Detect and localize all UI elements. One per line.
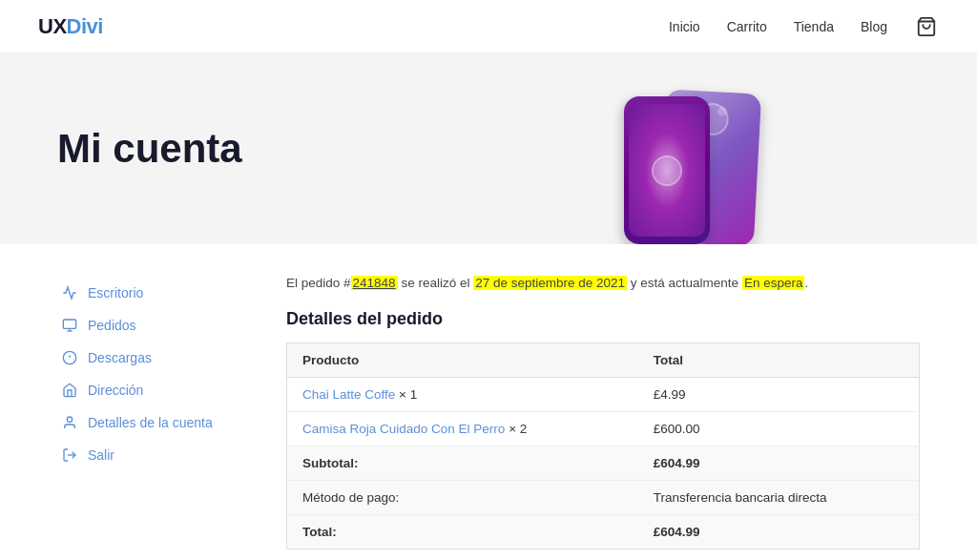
home-icon — [61, 382, 78, 399]
sidebar-label-pedidos: Pedidos — [88, 318, 136, 333]
sidebar-item-pedidos[interactable]: Pedidos — [57, 309, 229, 342]
payment-row: Método de pago: Transferencia bancaria d… — [287, 480, 920, 514]
nav-inicio[interactable]: Inicio — [669, 19, 700, 34]
order-table: Producto Total Chai Latte Coffe × 1 £4.9… — [286, 342, 920, 550]
sidebar-label-detalles: Detalles de la cuenta — [88, 415, 213, 430]
logo-divi: Divi — [67, 14, 103, 38]
subtotal-row: Subtotal: £604.99 — [287, 446, 920, 480]
sidebar-label-escritorio: Escritorio — [88, 285, 143, 301]
order-content: El pedido #241848 se realizó el 27 de se… — [286, 273, 920, 560]
user-icon — [61, 414, 78, 431]
logo-ux: UX — [38, 14, 67, 38]
order-date: 27 de septiembre de 2021 — [473, 276, 627, 290]
product-link-1[interactable]: Chai Latte Coffe — [302, 387, 395, 402]
product-qty-2: × 2 — [509, 422, 527, 436]
order-number: 241848 — [351, 276, 398, 290]
order-summary-prefix: El pedido # — [286, 276, 351, 290]
header: UXDivi Inicio Carrito Tienda Blog — [0, 0, 977, 53]
sidebar-item-escritorio[interactable]: Escritorio — [57, 277, 229, 309]
main-nav: Inicio Carrito Tienda Blog — [669, 14, 939, 39]
order-details-title: Detalles del pedido — [286, 309, 920, 329]
order-summary-text: El pedido #241848 se realizó el 27 de se… — [286, 273, 920, 294]
chart-icon — [61, 284, 78, 301]
payment-value: Transferencia bancaria directa — [638, 480, 920, 514]
main-content: Escritorio Pedidos Descargas — [0, 244, 977, 560]
col-total: Total — [638, 342, 920, 377]
product-link-2[interactable]: Camisa Roja Cuidado Con El Perro — [302, 422, 505, 436]
order-summary-middle: se realizó el — [398, 276, 474, 290]
nav-tienda[interactable]: Tienda — [794, 19, 834, 34]
phone-screen — [629, 104, 705, 237]
logo: UXDivi — [38, 14, 103, 39]
sidebar: Escritorio Pedidos Descargas — [57, 273, 229, 560]
product-price-2: £600.00 — [638, 411, 920, 446]
payment-label: Método de pago: — [287, 480, 638, 514]
download-icon — [61, 349, 78, 366]
phone-front — [624, 96, 710, 244]
total-row: Total: £604.99 — [287, 514, 920, 549]
sidebar-label-direccion: Dirección — [88, 383, 143, 398]
svg-point-7 — [67, 417, 72, 422]
orders-icon — [61, 317, 78, 334]
col-product: Producto — [287, 342, 638, 377]
sidebar-label-salir: Salir — [88, 447, 114, 463]
order-status: En espera — [742, 276, 805, 290]
page-title: Mi cuenta — [0, 126, 242, 172]
table-row: Camisa Roja Cuidado Con El Perro × 2 £60… — [287, 411, 920, 446]
product-price-1: £4.99 — [638, 377, 920, 411]
hero-banner: Mi cuenta — [0, 53, 977, 244]
sidebar-item-detalles[interactable]: Detalles de la cuenta — [57, 406, 229, 439]
sidebar-label-descargas: Descargas — [88, 350, 152, 365]
nav-carrito[interactable]: Carrito — [727, 19, 767, 34]
sidebar-item-direccion[interactable]: Dirección — [57, 374, 229, 406]
total-value: £604.99 — [638, 514, 920, 549]
nav-blog[interactable]: Blog — [861, 19, 887, 34]
subtotal-value: £604.99 — [638, 446, 920, 480]
table-row: Chai Latte Coffe × 1 £4.99 — [287, 377, 920, 411]
svg-rect-1 — [63, 320, 75, 328]
sidebar-item-descargas[interactable]: Descargas — [57, 342, 229, 374]
cart-button[interactable] — [914, 14, 939, 39]
sidebar-item-salir[interactable]: Salir — [57, 439, 229, 471]
total-label: Total: — [287, 514, 638, 549]
product-qty-1: × 1 — [399, 387, 417, 402]
logout-icon — [61, 446, 78, 464]
subtotal-label: Subtotal: — [287, 446, 638, 480]
order-summary-suffix: y está actualmente — [627, 276, 742, 290]
order-summary-end: . — [804, 276, 808, 290]
